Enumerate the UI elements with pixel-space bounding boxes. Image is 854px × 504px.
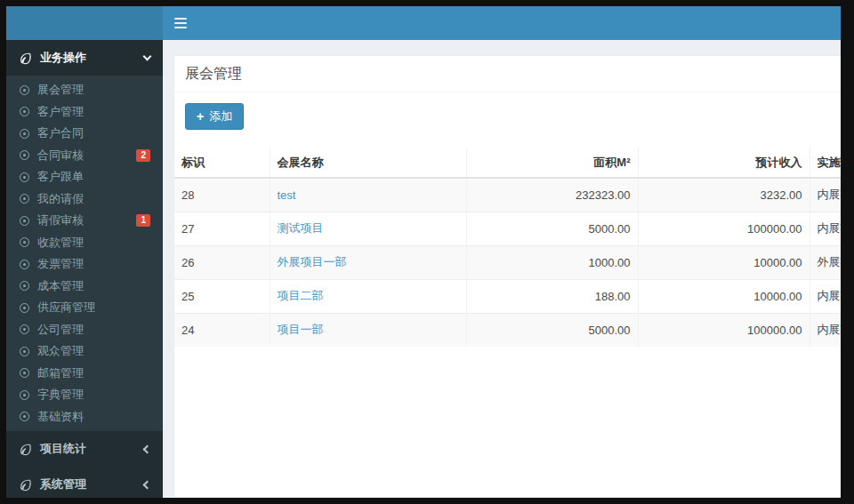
sidebar-item-leave-review[interactable]: 请假审核 1 bbox=[6, 210, 163, 232]
table-row: 27 测试项目 5000.00 100000.00 内展项目 bbox=[174, 212, 841, 245]
cell-id: 26 bbox=[174, 245, 270, 279]
leaf-icon bbox=[19, 478, 32, 492]
sidebar-item-label: 请假审核 bbox=[37, 212, 84, 228]
exhibition-link[interactable]: test bbox=[278, 188, 296, 202]
circle-dot-icon bbox=[20, 390, 29, 400]
sidebar-section-label: 业务操作 bbox=[40, 50, 86, 66]
cell-income: 10000.00 bbox=[638, 245, 810, 279]
sidebar-item-audience-mgmt[interactable]: 观众管理 bbox=[6, 340, 163, 363]
sidebar-item-cost-mgmt[interactable]: 成本管理 bbox=[6, 276, 163, 298]
cell-dept: 内展项目 bbox=[810, 212, 841, 245]
add-button[interactable]: + 添加 bbox=[185, 103, 244, 130]
sidebar-toggle-button[interactable] bbox=[163, 6, 198, 40]
exhibition-link[interactable]: 项目二部 bbox=[278, 289, 324, 302]
leaf-icon bbox=[19, 443, 32, 456]
cell-dept: 内展项目 bbox=[810, 279, 841, 313]
sidebar-item-contract-review[interactable]: 合同审核 2 bbox=[6, 145, 163, 167]
circle-dot-icon bbox=[20, 237, 29, 247]
column-header-dept: 实施部门 bbox=[810, 148, 841, 178]
sidebar-item-email-mgmt[interactable]: 邮箱管理 bbox=[6, 363, 163, 385]
circle-dot-icon bbox=[20, 347, 29, 356]
sidebar-item-customer-followup[interactable]: 客户跟单 bbox=[6, 166, 163, 188]
cell-dept: 内展项目 bbox=[810, 313, 841, 347]
column-header-area: 面积M² bbox=[466, 148, 638, 178]
chevron-left-icon bbox=[143, 480, 152, 489]
count-badge: 2 bbox=[136, 149, 150, 162]
sidebar-section-project-stats[interactable]: 项目统计 bbox=[6, 431, 163, 467]
table-header-row: 标识 会展名称 面积M² 预计收入 实施部门 bbox=[174, 148, 841, 178]
circle-dot-icon bbox=[20, 107, 29, 116]
leaf-icon bbox=[19, 52, 32, 65]
sidebar-item-supplier-mgmt[interactable]: 供应商管理 bbox=[6, 297, 163, 319]
circle-dot-icon bbox=[20, 324, 29, 334]
sidebar-section-label: 系统管理 bbox=[40, 476, 86, 492]
cell-income: 10000.00 bbox=[638, 279, 810, 313]
content-area: 展会管理 + 添加 标识 bbox=[163, 40, 841, 498]
circle-dot-icon bbox=[20, 216, 29, 226]
circle-dot-icon bbox=[20, 368, 29, 378]
table-row: 24 项目一部 5000.00 100000.00 内展项目 bbox=[174, 313, 841, 347]
cell-id: 25 bbox=[174, 279, 270, 313]
circle-dot-icon bbox=[20, 129, 29, 139]
sidebar-item-my-leave[interactable]: 我的请假 bbox=[6, 188, 163, 211]
sidebar-section-system-mgmt[interactable]: 系统管理 bbox=[6, 467, 163, 498]
exhibition-table: 标识 会展名称 面积M² 预计收入 实施部门 28 te bbox=[174, 148, 841, 347]
sidebar-item-label: 我的请假 bbox=[37, 191, 84, 207]
sidebar-section-business-ops[interactable]: 业务操作 bbox=[6, 40, 163, 76]
cell-id: 24 bbox=[174, 313, 270, 347]
column-header-id: 标识 bbox=[174, 148, 270, 178]
sidebar-item-label: 收款管理 bbox=[37, 235, 84, 251]
add-button-label: 添加 bbox=[209, 108, 232, 124]
sidebar-item-customer-mgmt[interactable]: 客户管理 bbox=[6, 101, 163, 124]
sidebar-item-label: 观众管理 bbox=[37, 343, 84, 359]
sidebar-item-label: 展会管理 bbox=[37, 82, 84, 98]
logo-area bbox=[6, 6, 163, 40]
cell-income: 100000.00 bbox=[638, 313, 810, 347]
menu-icon bbox=[174, 18, 187, 28]
column-header-name: 会展名称 bbox=[270, 148, 466, 178]
top-header bbox=[6, 6, 841, 40]
exhibition-link[interactable]: 测试项目 bbox=[278, 221, 324, 235]
cell-area: 232323.00 bbox=[466, 178, 638, 212]
content-panel: 展会管理 + 添加 标识 bbox=[173, 55, 841, 498]
chevron-down-icon bbox=[143, 52, 152, 61]
sidebar-submenu: 展会管理 客户管理 客户合同 合同审核 2 客户跟单 bbox=[6, 76, 163, 431]
circle-dot-icon bbox=[20, 260, 29, 269]
page-title: 展会管理 bbox=[185, 65, 841, 84]
cell-area: 5000.00 bbox=[466, 313, 638, 347]
navbar bbox=[163, 6, 841, 40]
table-row: 26 外展项目一部 1000.00 10000.00 外展项目 bbox=[174, 245, 841, 279]
table-row: 28 test 232323.00 3232.00 内展项目 bbox=[174, 178, 841, 212]
sidebar-item-invoice-mgmt[interactable]: 发票管理 bbox=[6, 253, 163, 276]
sidebar-item-dictionary-mgmt[interactable]: 字典管理 bbox=[6, 384, 163, 406]
sidebar-item-label: 客户跟单 bbox=[37, 169, 84, 185]
sidebar-item-label: 客户合同 bbox=[37, 125, 84, 141]
exhibition-link[interactable]: 外展项目一部 bbox=[278, 255, 347, 268]
cell-area: 188.00 bbox=[466, 279, 638, 313]
chevron-left-icon bbox=[143, 444, 152, 453]
panel-body: + 添加 标识 会展名称 面积M² bbox=[174, 92, 841, 357]
cell-income: 100000.00 bbox=[638, 212, 810, 245]
sidebar-item-exhibition-mgmt[interactable]: 展会管理 bbox=[6, 79, 163, 101]
cell-income: 3232.00 bbox=[638, 178, 810, 212]
sidebar-item-company-mgmt[interactable]: 公司管理 bbox=[6, 319, 163, 341]
sidebar-item-customer-contract[interactable]: 客户合同 bbox=[6, 123, 163, 145]
sidebar-item-basic-data[interactable]: 基础资料 bbox=[6, 406, 163, 428]
exhibition-link[interactable]: 项目一部 bbox=[278, 323, 324, 336]
column-header-income: 预计收入 bbox=[638, 148, 810, 178]
cell-id: 27 bbox=[174, 212, 270, 245]
sidebar-item-label: 邮箱管理 bbox=[37, 365, 84, 381]
plus-icon: + bbox=[197, 110, 204, 123]
sidebar-item-label: 发票管理 bbox=[37, 256, 84, 272]
circle-dot-icon bbox=[20, 150, 29, 160]
circle-dot-icon bbox=[20, 85, 29, 95]
sidebar-item-payment-mgmt[interactable]: 收款管理 bbox=[6, 232, 163, 254]
count-badge: 1 bbox=[136, 214, 150, 227]
sidebar-item-label: 客户管理 bbox=[37, 104, 84, 120]
sidebar-section-label: 项目统计 bbox=[40, 441, 86, 457]
circle-dot-icon bbox=[20, 194, 29, 204]
circle-dot-icon bbox=[20, 281, 29, 291]
cell-dept: 内展项目 bbox=[810, 178, 841, 212]
cell-dept: 外展项目 bbox=[810, 245, 841, 279]
circle-dot-icon bbox=[20, 412, 29, 421]
